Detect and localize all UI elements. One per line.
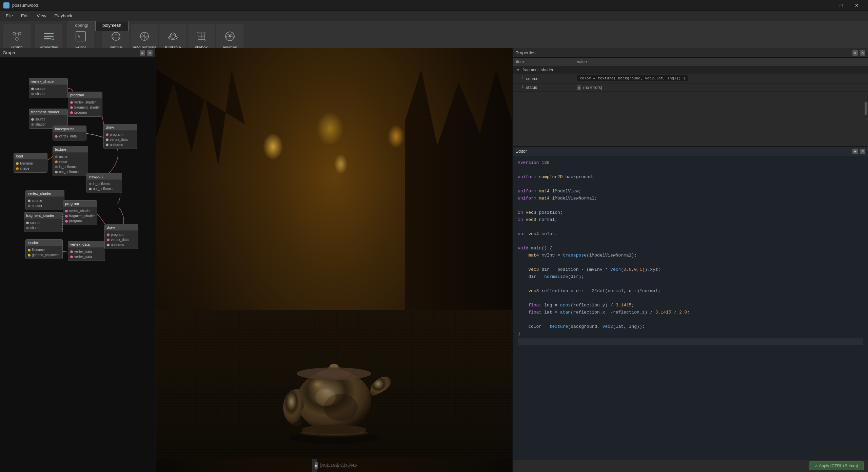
menu-file[interactable]: File: [2, 12, 17, 20]
port-dot-fs: [70, 106, 73, 109]
code-line-5: uniform mat4 iModelView;: [518, 188, 863, 195]
port-source-top: source: [31, 86, 65, 91]
port-vp-in: in_uniforms: [89, 181, 120, 186]
node-vertex-shader-bot[interactable]: vertex_shader source shader: [25, 190, 64, 210]
props-source-value-cell[interactable]: color = texture( background, vec2(lat, l…: [574, 74, 868, 84]
editor-content[interactable]: #version 130 uniform sampler2D backgroun…: [513, 156, 868, 459]
props-group-row: ▼ fragment_shader: [513, 66, 868, 74]
port-dot-vs: [70, 101, 73, 104]
port-dot-source: [31, 88, 34, 90]
svg-text:✎: ✎: [77, 34, 80, 39]
editor-pin-btn[interactable]: ◈: [852, 149, 858, 154]
properties-panel-title: Properties: [515, 50, 535, 55]
menu-edit[interactable]: Edit: [17, 12, 33, 20]
graph-panel: Graph ◈ ✕: [0, 48, 156, 472]
node-program-bot[interactable]: program vertex_shader fragment_shader pr…: [63, 200, 97, 225]
code-line-10: [518, 224, 863, 231]
node-loader-title: loader: [26, 240, 62, 246]
node-vertex-shader-top[interactable]: vertex_shader source shader: [29, 78, 68, 98]
port-pb-prog: program: [65, 219, 95, 224]
tab-opengl[interactable]: opengl: [68, 21, 95, 31]
port-source-fst: source: [31, 117, 65, 122]
menubar: File Edit View Playback: [0, 11, 868, 21]
code-line-2: [518, 167, 863, 174]
port-vd-vd2: vertex_data: [70, 254, 103, 259]
auto-normals-icon: [137, 29, 152, 44]
tl-mark-25: 2.5: [337, 463, 342, 468]
props-status-value-cell: ▣ (no errors): [574, 84, 868, 92]
port-load-fn: filename: [16, 161, 45, 166]
port-dot-vsb-source: [28, 200, 31, 202]
port-dot-tex-in: [55, 166, 58, 168]
port-draw-vd: vertex_data: [106, 137, 135, 142]
close-button[interactable]: ✕: [849, 0, 865, 11]
node-fragment-shader-bot[interactable]: fragment_shader source shader: [24, 212, 63, 232]
timeline-play-btn[interactable]: ▶: [315, 462, 318, 469]
node-viewport[interactable]: viewport in_uniforms out_uniforms: [86, 173, 122, 193]
port-tex-out: out_uniforms: [55, 169, 86, 174]
svg-line-26: [197, 32, 198, 33]
menu-view[interactable]: View: [33, 12, 50, 20]
port-dot-vd-vd2: [70, 256, 73, 258]
port-dot-source-fst: [31, 118, 34, 121]
node-vertex-data[interactable]: vertex_data vertex_data vertex_data: [68, 241, 105, 261]
node-texture-title: texture: [53, 146, 88, 153]
port-dot-db-vd: [107, 239, 110, 241]
code-line-22: float lat = atan(reflection.x, -reflecti…: [518, 309, 863, 316]
tl-mark-05: 0.5: [323, 463, 328, 468]
node-loader[interactable]: loader filename generic_polymesh: [25, 239, 63, 259]
port-dot-load-fn: [16, 162, 19, 165]
port-ldr-gm: generic_polymesh: [28, 252, 60, 258]
port-vsb-shader: shader: [28, 203, 62, 208]
port-load-img: image: [16, 166, 45, 171]
port-dot-ldr-gm: [28, 254, 31, 257]
props-source-label: └ source: [513, 74, 574, 84]
editor-panel-title: Editor: [515, 149, 527, 154]
scroll-indicator[interactable]: [865, 102, 867, 115]
code-line-6: uniform mat4 iModelViewNormal;: [518, 195, 863, 202]
props-status-value: ▣ (no errors): [577, 85, 865, 90]
node-draw-bot[interactable]: draw program vertex_data uniforms: [104, 224, 138, 249]
properties-header-icons: ◈ ✕: [852, 50, 865, 56]
viewport[interactable]: ▶ 0 0.5 1 1.5 2 2.5 3 3.5 4 4.5: [156, 48, 512, 472]
svg-rect-8: [44, 33, 54, 34]
graph-canvas[interactable]: vertex_shader source shader fragment_sha…: [0, 58, 155, 472]
port-dot-db-uni: [107, 244, 110, 246]
svg-point-21: [169, 36, 177, 39]
apply-button[interactable]: ✓ Apply (CTRL+Return): [809, 461, 864, 470]
editor-close-btn[interactable]: ✕: [860, 149, 865, 154]
properties-panel-header: Properties ◈ ✕: [513, 48, 868, 58]
graph-close-btn[interactable]: ✕: [147, 50, 153, 56]
app-icon: [3, 2, 9, 8]
menu-playback[interactable]: Playback: [50, 12, 76, 20]
code-line-1: #version 130: [518, 159, 863, 167]
node-vertex-shader-top-title: vertex_shader: [29, 78, 67, 85]
node-program-top[interactable]: program vertex_shader fragment_shader pr…: [68, 92, 102, 117]
skybox-icon: [194, 29, 209, 44]
port-dot-db-prog: [107, 233, 110, 236]
code-line-3: uniform sampler2D background;: [518, 174, 863, 181]
node-load[interactable]: load filename image: [14, 153, 47, 173]
port-vsb-source: source: [28, 198, 62, 203]
node-background[interactable]: background vertex_data: [53, 126, 86, 140]
minimize-button[interactable]: —: [818, 0, 833, 11]
port-dot-pb-prog: [65, 220, 68, 223]
app-title: possumwood: [12, 3, 38, 8]
node-draw-top[interactable]: draw program vertex_data uniforms: [103, 124, 137, 149]
teapot-svg: [270, 326, 398, 445]
props-status-label: └ status: [513, 84, 574, 92]
maximize-button[interactable]: □: [833, 0, 849, 11]
graph-pin-btn[interactable]: ◈: [140, 50, 145, 56]
node-texture[interactable]: texture name value in_uniforms: [53, 146, 88, 176]
properties-pin-btn[interactable]: ◈: [852, 50, 858, 56]
svg-point-32: [229, 35, 231, 37]
svg-point-46: [302, 425, 366, 434]
node-program-bot-title: program: [63, 201, 97, 207]
properties-close-btn[interactable]: ✕: [860, 50, 865, 56]
tab-polymesh[interactable]: polymesh: [95, 21, 129, 31]
node-vertex-shader-bot-title: vertex_shader: [26, 190, 64, 197]
port-draw-prog: program: [106, 132, 135, 137]
svg-point-40: [315, 389, 336, 406]
node-fragment-shader-bot-title: fragment_shader: [24, 212, 62, 219]
port-dot-draw-prog: [106, 133, 108, 136]
